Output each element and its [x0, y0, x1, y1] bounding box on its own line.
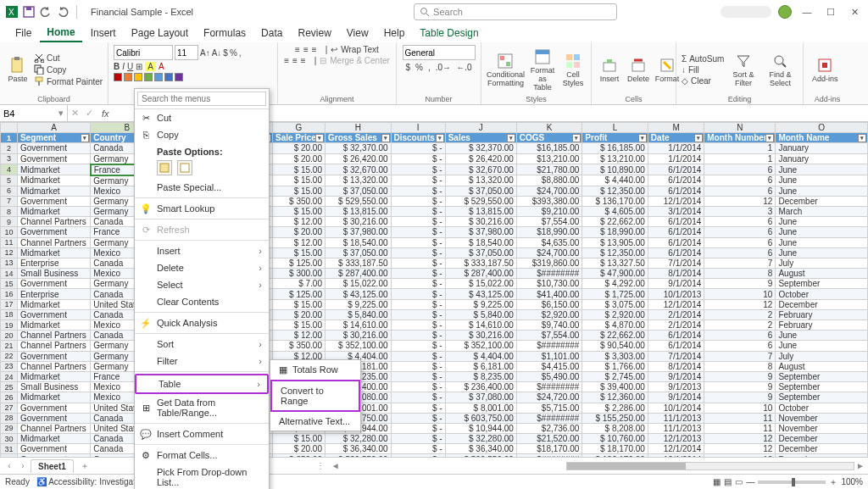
cell[interactable]: Enterprise [17, 258, 90, 268]
ctx-quick-analysis[interactable]: ⚡Quick Analysis [135, 314, 269, 331]
cell[interactable]: $2,920.00 [516, 309, 582, 320]
cell[interactable]: $ 47,900.00 [582, 269, 648, 279]
cell[interactable]: $ - [391, 434, 445, 444]
cell[interactable]: $ 15.00 [273, 206, 326, 216]
cell[interactable]: $ - [391, 331, 445, 341]
cell[interactable]: January [776, 153, 868, 164]
cell[interactable]: $ 350.00 [273, 454, 326, 457]
cell[interactable]: $13,210.00 [516, 153, 582, 164]
cell[interactable]: 2 [704, 309, 776, 320]
cell[interactable]: 10/1/2014 [648, 403, 704, 413]
cell[interactable]: 11 [704, 423, 776, 433]
cell[interactable]: Channel Partners [17, 361, 90, 371]
cell[interactable]: $ 125.00 [273, 258, 326, 268]
cell[interactable]: $24,700.00 [516, 186, 582, 196]
cell[interactable]: $ 30,216.00 [326, 331, 392, 341]
cell[interactable]: December [776, 444, 868, 454]
cell[interactable]: $5,490.00 [516, 371, 582, 381]
save-icon[interactable] [22, 5, 36, 19]
merge-center-button[interactable]: ⊟ [320, 56, 326, 65]
cell[interactable]: $9,210.00 [516, 206, 582, 216]
comma-style-icon[interactable]: , [428, 63, 431, 72]
insert-cells-button[interactable]: Insert [597, 55, 622, 85]
scroll-left[interactable]: ◄ [331, 461, 340, 470]
add-sheet-button[interactable]: ＋ [75, 460, 94, 472]
cell[interactable]: Midmarket [17, 371, 90, 381]
cell[interactable]: $ 287,400.00 [326, 269, 392, 279]
cell[interactable]: $ 15,022.00 [326, 279, 392, 289]
account-name[interactable] [721, 6, 771, 18]
cell[interactable]: 10 [704, 289, 776, 299]
cell[interactable]: 6 [704, 247, 776, 258]
autosum-button[interactable]: ΣAutoSum [682, 54, 724, 64]
font-name-input[interactable] [114, 45, 173, 60]
cell[interactable]: $ 4,404.00 [445, 351, 516, 361]
cell[interactable]: 8/1/2014 [648, 361, 704, 371]
align-top-icon[interactable]: ≡ [295, 45, 300, 54]
view-page-icon[interactable]: ▤ [724, 477, 732, 486]
cell[interactable]: $ 32,280.00 [445, 434, 516, 444]
find-select-button[interactable]: Find & Select [763, 51, 798, 89]
cell[interactable]: 10/1/2013 [648, 289, 704, 299]
ctx-paste-special[interactable]: Paste Special... [135, 179, 269, 196]
cell[interactable]: $######## [516, 269, 582, 279]
font-color-button[interactable]: A [159, 62, 164, 71]
cell[interactable]: $2,736.00 [516, 423, 582, 433]
filter-icon[interactable]: ▾ [381, 134, 390, 142]
cell[interactable]: $ 20.00 [273, 444, 326, 454]
cell[interactable]: $ 32,370.00 [445, 143, 516, 153]
cell[interactable]: $ 18,990.00 [582, 227, 648, 237]
cell[interactable]: December [776, 299, 868, 309]
menu-data[interactable]: Data [254, 25, 289, 42]
cell[interactable]: June [776, 175, 868, 186]
align-right-icon[interactable]: ≡ [301, 56, 306, 65]
cell[interactable]: 6 [704, 186, 776, 196]
cell[interactable]: Government [17, 444, 90, 454]
cell[interactable]: $ 12.00 [273, 217, 326, 227]
cell[interactable]: Government [17, 454, 90, 457]
maximize-button[interactable]: ☐ [822, 3, 839, 20]
cell[interactable]: 12 [704, 444, 776, 454]
cell[interactable]: $ 32,670.00 [445, 164, 516, 175]
cell[interactable]: $ 20.00 [273, 153, 326, 164]
cell[interactable]: 8 [704, 361, 776, 371]
cell[interactable]: 6/1/2014 [648, 247, 704, 258]
cell[interactable]: $ 36,340.00 [326, 444, 392, 454]
cell[interactable]: 6/1/2014 [648, 175, 704, 186]
cell[interactable]: $ - [391, 206, 445, 216]
cell[interactable]: $ - [391, 444, 445, 454]
cell[interactable]: $ 30,216.00 [445, 217, 516, 227]
cell[interactable]: $ 12,350.00 [582, 247, 648, 258]
cell[interactable]: June [776, 186, 868, 196]
cell[interactable]: $ 529,550.00 [445, 454, 516, 457]
worksheet-grid[interactable]: ABEFGHIJKLMNO 1Segment▾Country▾Units Sol… [0, 122, 868, 457]
cell[interactable]: $ - [391, 371, 445, 381]
cell[interactable]: $ 90,540.00 [582, 341, 648, 351]
cell[interactable]: Government [17, 143, 90, 153]
cell[interactable]: February [776, 309, 868, 320]
cell[interactable]: Midmarket [17, 206, 90, 216]
cell[interactable]: 12/1/2013 [648, 434, 704, 444]
cell[interactable]: $319,860.00 [516, 258, 582, 268]
shrink-font-icon[interactable]: A↓ [212, 48, 222, 58]
horizontal-scrollbar[interactable] [566, 462, 854, 470]
submenu-totals-row[interactable]: ▦Totals Row [270, 360, 360, 380]
cell[interactable]: June [776, 164, 868, 175]
cell[interactable]: $ 2,745.00 [582, 371, 648, 381]
cell[interactable]: $ 3,303.00 [582, 351, 648, 361]
cell[interactable]: $ 350.00 [273, 196, 326, 206]
cell[interactable]: $10,730.00 [516, 279, 582, 289]
cell[interactable]: $ - [391, 269, 445, 279]
cell[interactable]: $ 18,540.00 [326, 237, 392, 247]
cell[interactable]: $41,400.00 [516, 289, 582, 299]
enter-fx-icon[interactable]: ✓ [82, 108, 97, 119]
paste-option-1[interactable] [157, 160, 172, 175]
cell[interactable]: $ - [391, 217, 445, 227]
cell[interactable]: $ 15.00 [273, 434, 326, 444]
cell[interactable]: $######## [516, 413, 582, 423]
cell[interactable]: $ 2,286.00 [582, 403, 648, 413]
cell[interactable]: 1/1/2014 [648, 143, 704, 153]
cell[interactable]: $ - [391, 143, 445, 153]
col-header[interactable]: L [582, 123, 648, 133]
cell[interactable]: 6/1/2014 [648, 341, 704, 351]
